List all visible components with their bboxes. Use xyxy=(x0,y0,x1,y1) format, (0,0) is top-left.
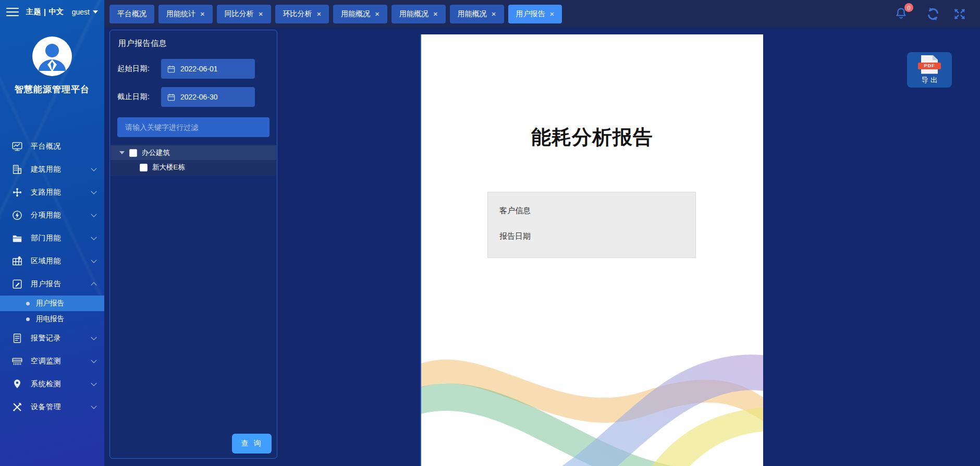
sidebar-item[interactable]: 部门用能 xyxy=(0,227,104,250)
start-date-input[interactable]: 2022-06-01 xyxy=(161,59,255,79)
sidebar-item-label: 部门用能 xyxy=(31,234,92,243)
tab-close-icon[interactable]: × xyxy=(375,10,379,18)
building-tree: 办公建筑 新大楼E栋 xyxy=(111,144,276,176)
tab[interactable]: 用能概况× xyxy=(391,5,446,23)
chevron-down-icon xyxy=(91,380,96,386)
tree-node-label: 新大楼E栋 xyxy=(152,163,185,172)
energy-icon xyxy=(11,210,23,221)
tab-label: 用能概况 xyxy=(341,9,370,19)
tree-filter-input[interactable] xyxy=(117,117,270,137)
tab-close-icon[interactable]: × xyxy=(317,10,322,18)
end-date-input[interactable]: 2022-06-30 xyxy=(161,87,255,107)
sidebar-item[interactable]: 区域用能 xyxy=(0,250,104,273)
sidebar-item[interactable]: 报警记录 xyxy=(0,327,104,350)
export-pdf-button[interactable]: PDF 导出 xyxy=(907,52,952,88)
customer-info-label: 客户信息 xyxy=(499,206,684,216)
sidebar-item-label: 分项用能 xyxy=(31,211,92,220)
topbar: 平台概况用能统计×同比分析×环比分析×用能概况×用能概况×用能概况×用户报告× … xyxy=(104,0,980,28)
separator: | xyxy=(44,8,46,16)
end-date-label: 截止日期: xyxy=(117,92,161,102)
query-button[interactable]: 查 询 xyxy=(232,434,272,453)
topbar-actions: 0 xyxy=(894,7,980,21)
tab[interactable]: 用能概况× xyxy=(333,5,387,23)
tab-close-icon[interactable]: × xyxy=(550,10,555,18)
tab-bar: 平台概况用能统计×同比分析×环比分析×用能概况×用能概况×用能概况×用户报告× xyxy=(104,5,894,23)
sidebar: 主题 | 中文 guest 智慧能源管理平台 平台概况建筑用能支路用能分项用能部… xyxy=(0,0,104,466)
sidebar-subitem[interactable]: 用户报告 xyxy=(0,296,104,311)
tab[interactable]: 用能统计× xyxy=(158,5,213,23)
tab-label: 用户报告 xyxy=(516,9,545,19)
pdf-icon: PDF xyxy=(921,55,938,74)
sidebar-item[interactable]: 分项用能 xyxy=(0,204,104,227)
folder-icon xyxy=(11,232,23,244)
report-filter-panel: 用户报告信息 起始日期: 2022-06-01 截止日期: 2022-06-30 xyxy=(109,30,277,459)
tab[interactable]: 用户报告× xyxy=(508,5,562,23)
tab-label: 用能统计 xyxy=(166,9,195,19)
tree-checkbox[interactable] xyxy=(140,164,148,171)
fullscreen-button[interactable] xyxy=(953,7,966,21)
tab-label: 用能概况 xyxy=(399,9,428,19)
menu-toggle-icon[interactable] xyxy=(6,8,19,16)
export-label: 导出 xyxy=(920,76,940,85)
chevron-down-icon xyxy=(91,165,96,171)
end-date-value: 2022-06-30 xyxy=(180,93,218,101)
sidebar-item[interactable]: 系统检测 xyxy=(0,373,104,396)
sidebar-item[interactable]: 设备管理 xyxy=(0,396,104,419)
tab[interactable]: 同比分析× xyxy=(217,5,271,23)
tab[interactable]: 用能概况× xyxy=(450,5,504,23)
calendar-icon xyxy=(167,93,176,102)
tree-node-building-e[interactable]: 新大楼E栋 xyxy=(111,160,276,175)
tab-label: 同比分析 xyxy=(225,9,254,19)
sidebar-topbar: 主题 | 中文 guest xyxy=(0,0,104,24)
chevron-down-icon xyxy=(91,403,96,409)
sidebar-item-label: 报警记录 xyxy=(31,334,92,343)
expand-caret-icon[interactable] xyxy=(119,151,125,154)
sidebar-item[interactable]: 建筑用能 xyxy=(0,158,104,181)
start-date-label: 起始日期: xyxy=(117,64,161,73)
map-icon xyxy=(11,255,23,267)
language-label[interactable]: 中文 xyxy=(48,7,64,17)
tab[interactable]: 平台概况 xyxy=(109,5,154,23)
start-date-value: 2022-06-01 xyxy=(180,65,218,73)
tree-node-office-building[interactable]: 办公建筑 xyxy=(111,145,276,160)
branch-icon xyxy=(11,187,23,198)
sidebar-item-label: 用户报告 xyxy=(31,279,92,289)
calendar-icon xyxy=(167,65,176,73)
chevron-down-icon xyxy=(91,257,96,263)
tab-close-icon[interactable]: × xyxy=(492,10,496,18)
username: guest xyxy=(72,8,90,16)
chevron-down-icon xyxy=(91,211,96,217)
bullet-icon xyxy=(26,302,30,305)
refresh-button[interactable] xyxy=(926,7,940,21)
fullscreen-icon xyxy=(953,7,966,21)
tab-label: 用能概况 xyxy=(458,9,487,19)
chevron-up-icon xyxy=(91,282,96,288)
report-date-label: 报告日期 xyxy=(499,231,684,241)
theme-label[interactable]: 主题 xyxy=(26,7,41,17)
tab[interactable]: 环比分析× xyxy=(275,5,329,23)
user-menu[interactable]: guest xyxy=(72,8,98,16)
end-date-row: 截止日期: 2022-06-30 xyxy=(117,87,270,107)
tab-close-icon[interactable]: × xyxy=(259,10,263,18)
sidebar-item-label: 支路用能 xyxy=(31,188,92,197)
panel-title: 用户报告信息 xyxy=(118,39,270,48)
sidebar-item[interactable]: 支路用能 xyxy=(0,181,104,204)
tree-checkbox[interactable] xyxy=(129,149,137,157)
tab-close-icon[interactable]: × xyxy=(433,10,438,18)
sidebar-menu: 平台概况建筑用能支路用能分项用能部门用能区域用能用户报告用户报告用电报告报警记录… xyxy=(0,135,104,419)
notifications-button[interactable]: 0 xyxy=(894,7,908,21)
avatar xyxy=(32,36,72,76)
tab-close-icon[interactable]: × xyxy=(200,10,205,18)
sidebar-item[interactable]: 用户报告 xyxy=(0,273,104,296)
customer-info-box: 客户信息 报告日期 xyxy=(487,192,696,258)
sidebar-item[interactable]: 平台概况 xyxy=(0,135,104,158)
sidebar-subitem[interactable]: 用电报告 xyxy=(0,311,104,327)
report-title: 能耗分析报告 xyxy=(421,124,763,151)
tree-node-label: 办公建筑 xyxy=(142,148,170,157)
sidebar-item-label: 空调监测 xyxy=(31,357,92,366)
theme-language-switch[interactable]: 主题 | 中文 xyxy=(26,7,64,17)
tab-label: 平台概况 xyxy=(117,9,146,19)
sidebar-item[interactable]: 空调监测 xyxy=(0,350,104,373)
start-date-row: 起始日期: 2022-06-01 xyxy=(117,59,270,79)
sidebar-item-label: 设备管理 xyxy=(31,402,92,412)
